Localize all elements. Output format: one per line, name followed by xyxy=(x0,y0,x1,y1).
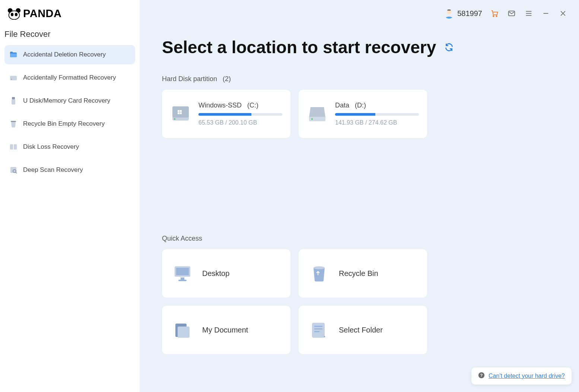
svg-text:?: ? xyxy=(480,373,483,377)
svg-rect-42 xyxy=(314,326,322,327)
drive-card-c[interactable]: Windows-SSD (C:) 65.53 GB / 200.10 GB xyxy=(162,90,290,138)
drive-icon xyxy=(9,73,18,82)
help-icon: ? xyxy=(478,372,485,380)
user-id: 581997 xyxy=(457,9,482,18)
svg-point-33 xyxy=(311,118,313,120)
sidebar-item-accidental-deletion[interactable]: Accidental Deletion Recovery xyxy=(4,45,135,64)
sidebar: PANDA File Recover Accidental Deletion R… xyxy=(0,0,140,392)
svg-line-14 xyxy=(16,172,17,173)
svg-rect-27 xyxy=(178,110,179,112)
sidebar-item-label: Accidental Deletion Recovery xyxy=(23,51,106,58)
main-content: 581997 Select a location to start recove… xyxy=(140,0,579,392)
desktop-icon xyxy=(172,263,193,283)
svg-rect-28 xyxy=(180,110,182,112)
quick-access-desktop[interactable]: Desktop xyxy=(162,249,290,298)
hdd-icon xyxy=(307,103,328,124)
page-title: Select a location to start recovery xyxy=(162,37,436,57)
panda-logo-icon xyxy=(7,8,21,20)
quick-access-label: Recycle Bin xyxy=(339,269,378,278)
svg-rect-7 xyxy=(12,97,15,99)
titlebar: 581997 xyxy=(433,0,579,27)
broken-disk-icon xyxy=(9,142,18,151)
sidebar-item-label: Deep Scan Recovery xyxy=(23,166,83,174)
select-folder-icon xyxy=(309,320,329,340)
document-folder-icon xyxy=(172,320,193,340)
svg-point-3 xyxy=(11,13,13,16)
svg-point-16 xyxy=(493,16,494,17)
quick-access-recyclebin[interactable]: Recycle Bin xyxy=(299,249,427,298)
svg-point-6 xyxy=(11,79,12,80)
svg-rect-35 xyxy=(176,268,189,275)
usb-icon xyxy=(9,96,18,105)
menu-icon[interactable] xyxy=(524,9,534,18)
cart-icon[interactable] xyxy=(490,9,499,18)
close-button[interactable] xyxy=(558,9,568,18)
svg-point-38 xyxy=(314,266,325,269)
sidebar-item-udisk[interactable]: U Disk/Memory Card Recovery xyxy=(4,91,135,110)
svg-rect-37 xyxy=(178,280,187,281)
quick-access-label: Select Folder xyxy=(339,326,383,334)
svg-rect-44 xyxy=(314,331,319,332)
help-bubble[interactable]: ? Can't detect your hard drive? xyxy=(471,367,572,385)
trash-icon xyxy=(9,119,18,128)
drive-usage-bar xyxy=(335,113,419,116)
quick-access-selectfolder[interactable]: Select Folder xyxy=(299,306,427,354)
sidebar-section-title: File Recover xyxy=(4,29,135,45)
svg-point-31 xyxy=(174,118,175,120)
user-chip[interactable]: 581997 xyxy=(444,8,482,19)
svg-rect-10 xyxy=(10,144,13,150)
svg-point-4 xyxy=(15,13,18,16)
svg-rect-11 xyxy=(14,144,17,150)
brand-logo: PANDA xyxy=(4,7,135,29)
sidebar-item-label: Recycle Bin Empty Recovery xyxy=(23,120,105,128)
brand-name: PANDA xyxy=(23,7,61,20)
sidebar-item-deepscan[interactable]: Deep Scan Recovery xyxy=(4,160,135,180)
svg-point-2 xyxy=(9,11,20,19)
svg-rect-43 xyxy=(314,328,322,330)
sidebar-item-label: U Disk/Memory Card Recovery xyxy=(23,97,110,105)
quick-access-label: Desktop xyxy=(202,269,229,278)
quick-access-section-label: Quick Access xyxy=(162,235,557,242)
sidebar-item-label: Accidentally Formatted Recovery xyxy=(23,74,116,81)
svg-point-17 xyxy=(496,16,497,17)
svg-rect-41 xyxy=(312,323,325,338)
svg-rect-30 xyxy=(180,112,182,114)
partitions-section-label: Hard Disk partition (2) xyxy=(162,75,557,83)
sidebar-item-label: Disk Loss Recovery xyxy=(23,143,79,151)
folder-icon xyxy=(9,50,18,59)
quick-access-mydocument[interactable]: My Document xyxy=(162,306,290,354)
drive-usage-text: 65.53 GB / 200.10 GB xyxy=(198,119,282,126)
recycle-bin-icon xyxy=(309,263,329,283)
drive-card-d[interactable]: Data (D:) 141.93 GB / 274.62 GB xyxy=(299,90,427,138)
sidebar-item-formatted[interactable]: Accidentally Formatted Recovery xyxy=(4,68,135,87)
sidebar-item-recyclebin[interactable]: Recycle Bin Empty Recovery xyxy=(4,114,135,134)
svg-rect-36 xyxy=(181,277,184,280)
svg-rect-8 xyxy=(12,99,15,105)
svg-rect-40 xyxy=(178,327,190,338)
scan-icon xyxy=(9,166,18,174)
svg-rect-9 xyxy=(11,121,16,122)
quick-access-label: My Document xyxy=(202,326,248,334)
mail-icon[interactable] xyxy=(507,9,516,18)
minimize-button[interactable] xyxy=(541,9,551,18)
drive-name: Data (D:) xyxy=(335,102,419,109)
drive-usage-bar xyxy=(198,113,282,116)
help-link[interactable]: Can't detect your hard drive? xyxy=(489,373,565,379)
windows-drive-icon xyxy=(170,103,191,124)
refresh-button[interactable] xyxy=(444,42,454,52)
svg-rect-5 xyxy=(10,76,17,80)
avatar-icon xyxy=(444,8,454,19)
sidebar-item-diskloss[interactable]: Disk Loss Recovery xyxy=(4,137,135,157)
drive-usage-text: 141.93 GB / 274.62 GB xyxy=(335,119,419,126)
svg-rect-29 xyxy=(178,112,179,114)
drive-name: Windows-SSD (C:) xyxy=(198,102,282,109)
